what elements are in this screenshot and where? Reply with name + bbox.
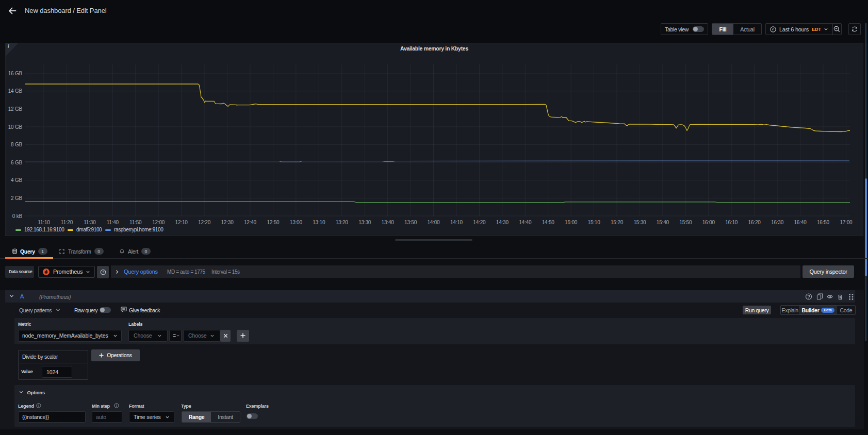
svg-text:15:10: 15:10 [588,220,601,225]
svg-text:dmaf5:9100: dmaf5:9100 [76,227,102,232]
svg-text:11:30: 11:30 [84,220,96,225]
svg-text:14:20: 14:20 [473,220,486,225]
svg-text:14:10: 14:10 [450,220,463,225]
svg-text:14:00: 14:00 [427,220,440,225]
svg-text:2 GB: 2 GB [11,195,23,201]
svg-text:?: ? [102,270,104,274]
svg-text:14:40: 14:40 [519,220,532,225]
svg-text:12:50: 12:50 [267,220,280,225]
svg-text:15:50: 15:50 [679,220,692,225]
svg-text:6 GB: 6 GB [11,160,23,165]
svg-text:16:40: 16:40 [794,220,807,225]
svg-text:8 GB: 8 GB [11,142,23,147]
svg-text:14 GB: 14 GB [8,88,23,94]
svg-text:14:50: 14:50 [542,220,555,225]
svg-text:12 GB: 12 GB [8,106,23,112]
svg-text:16:00: 16:00 [702,220,715,225]
svg-text:12:10: 12:10 [175,220,188,225]
svg-text:17:00: 17:00 [840,220,853,225]
svg-text:13:50: 13:50 [404,220,417,225]
svg-text:14:30: 14:30 [496,220,509,225]
svg-text:13:30: 13:30 [358,220,371,225]
svg-text:12:00: 12:00 [152,220,165,225]
svg-text:16:50: 16:50 [817,220,830,225]
svg-text:16:10: 16:10 [725,220,738,225]
svg-text:16:20: 16:20 [748,220,761,225]
svg-text:11:10: 11:10 [38,220,50,225]
svg-text:10 GB: 10 GB [8,124,23,130]
svg-text:15:40: 15:40 [657,220,669,225]
svg-text:13:40: 13:40 [382,220,395,225]
svg-text:11:20: 11:20 [61,220,73,225]
svg-text:15:30: 15:30 [633,220,646,225]
svg-text:16 GB: 16 GB [8,71,23,76]
svg-text:12:20: 12:20 [198,220,211,225]
svg-text:13:20: 13:20 [336,220,349,225]
svg-text:15:00: 15:00 [565,220,578,225]
svg-text:15:20: 15:20 [611,220,624,225]
svg-text:4 GB: 4 GB [11,177,23,183]
svg-text:16:30: 16:30 [771,220,784,225]
svg-text:13:00: 13:00 [290,220,303,225]
svg-text:11:50: 11:50 [129,220,142,225]
svg-text:0 kB: 0 kB [12,213,23,219]
svg-text:raspberrypi.home:9100: raspberrypi.home:9100 [114,227,163,232]
svg-text:11:40: 11:40 [107,220,119,225]
svg-text:12:30: 12:30 [221,220,234,225]
svg-text:192.168.1.16:9100: 192.168.1.16:9100 [24,227,64,232]
svg-text:12:40: 12:40 [244,220,257,225]
svg-text:13:10: 13:10 [313,220,325,225]
